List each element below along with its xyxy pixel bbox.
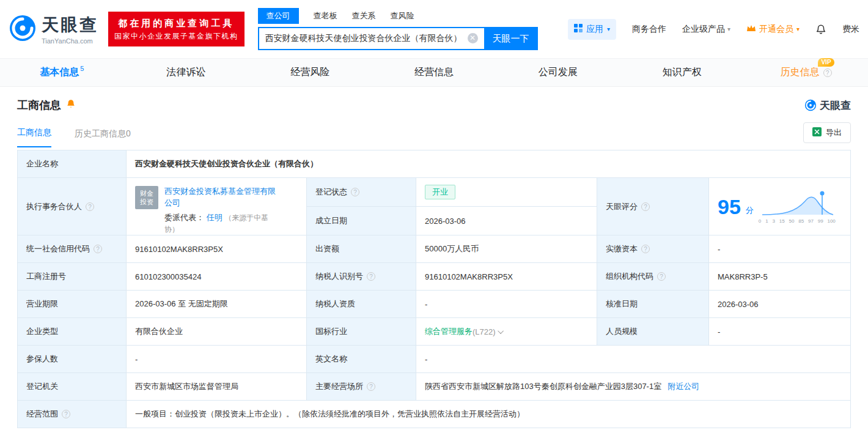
- business-scope-label: 经营范围 ?: [18, 401, 127, 428]
- tab-history-info[interactable]: 历史信息 VIP ?: [744, 59, 868, 86]
- industry-name[interactable]: 综合管理服务: [425, 326, 473, 337]
- help-icon[interactable]: ?: [367, 272, 375, 281]
- business-address-value: 陕西省西安市新城区解放路103号秦创原科创金融产业园3层307-1室 附近公司: [416, 373, 851, 401]
- chevron-down-icon: ▾: [607, 26, 610, 32]
- watermark-logo: 天眼查: [804, 98, 851, 113]
- reg-authority-value: 西安市新城区市场监督管理局: [127, 373, 307, 401]
- nearby-companies-link[interactable]: 附近公司: [668, 381, 699, 392]
- table-row: 执行事务合伙人 ? 财金 投资 西安财金投资私募基金管理有限公司 委派代表： 任…: [18, 178, 851, 235]
- subscribe-bell-icon[interactable]: [66, 99, 76, 111]
- paid-capital-value: -: [709, 235, 851, 263]
- help-icon[interactable]: ?: [823, 69, 832, 77]
- delegate-link[interactable]: 任明: [207, 213, 223, 222]
- paid-capital-label: 实缴资本 ?: [597, 235, 709, 263]
- score-unit: 分: [746, 205, 754, 216]
- company-name-label: 企业名称: [18, 150, 127, 178]
- capital-label: 出资额: [307, 235, 416, 263]
- tab-intellectual-property[interactable]: 知识产权: [620, 59, 744, 86]
- establish-date-value: 2026-03-06: [416, 207, 597, 235]
- score-label: 天眼评分 ?: [597, 178, 709, 235]
- table-row: 统一社会信用代码 ? 91610102MAK8RR3P5X 出资额 50000万…: [18, 235, 851, 263]
- partner-label: 执行事务合伙人 ?: [18, 178, 127, 235]
- reg-authority-label: 登记机关: [18, 373, 127, 401]
- company-nav-tabs: 基本信息5 法律诉讼 经营风险 经营信息 公司发展 知识产权 历史信息 VIP …: [0, 58, 868, 87]
- establish-date-label: 成立日期: [307, 207, 416, 235]
- search-area: 查公司 查老板 查关系 查风险 ✕ 天眼一下: [258, 8, 538, 50]
- business-term-value: 2026-03-06 至 无固定期限: [127, 291, 307, 318]
- tab-operating-info[interactable]: 经营信息: [372, 59, 496, 86]
- tab-basic-info[interactable]: 基本信息5: [0, 59, 124, 86]
- business-address-label: 主要经营场所 ?: [307, 373, 416, 401]
- score-value[interactable]: 95 分 0131550859799100: [709, 178, 851, 235]
- delegate-label: 委派代表：: [164, 213, 204, 222]
- search-button[interactable]: 天眼一下: [484, 27, 538, 50]
- credit-code-value: 91610102MAK8RR3P5X: [127, 235, 307, 263]
- subtab-business-info[interactable]: 工商信息: [17, 127, 51, 147]
- partner-company-link[interactable]: 西安财金投资私募基金管理有限公司: [164, 187, 276, 207]
- company-name-value: 西安财金硬科技天使创业投资合伙企业（有限合伙）: [127, 150, 851, 178]
- score-curve-chart: 0131550859799100: [759, 189, 836, 224]
- search-tab-relation[interactable]: 查关系: [352, 8, 376, 24]
- top-header: 天眼查 TianYanCha.com 都在用的商业查询工具 国家中小企业发展子基…: [0, 0, 868, 58]
- table-row: 工商注册号 610102300035424 纳税人识别号 ? 91610102M…: [18, 263, 851, 291]
- notification-bell-icon[interactable]: [815, 24, 826, 35]
- tianyancha-logo[interactable]: 天眼查 TianYanCha.com: [9, 13, 98, 45]
- subtab-history-business-info[interactable]: 历史工商信息0: [75, 128, 131, 147]
- taxpayer-id-value: 91610102MAK8RR3P5X: [416, 263, 597, 291]
- apps-menu[interactable]: 应用 ▾: [568, 19, 616, 40]
- business-term-label: 营业期限: [18, 291, 127, 318]
- eye-logo-icon: [9, 14, 37, 45]
- search-tab-boss[interactable]: 查老板: [314, 8, 337, 24]
- header-right: 应用 ▾ 商务合作 企业级产品 ▾ 开通会员 ▾ 费米: [568, 19, 859, 40]
- approval-date-label: 核准日期: [597, 291, 709, 318]
- slogan-line1: 都在用的商业查询工具: [114, 17, 238, 31]
- insured-count-value: -: [127, 346, 307, 373]
- score-number: 95: [718, 196, 741, 217]
- help-icon[interactable]: ?: [641, 245, 650, 253]
- capital-value: 50000万人民币: [416, 235, 597, 263]
- search-tab-risk[interactable]: 查风险: [391, 8, 414, 24]
- company-type-label: 企业类型: [18, 318, 127, 346]
- vip-badge: VIP: [818, 58, 834, 67]
- approval-date-value: 2026-03-06: [709, 291, 851, 318]
- section-title: 工商信息: [17, 98, 61, 113]
- insured-count-label: 参保人数: [18, 346, 127, 373]
- score-axis: 0131550859799100: [759, 218, 836, 224]
- tab-operating-risk[interactable]: 经营风险: [248, 59, 372, 86]
- credit-code-label: 统一社会信用代码 ?: [18, 235, 127, 263]
- open-vip-link[interactable]: 开通会员 ▾: [746, 24, 800, 35]
- taxpayer-quality-value: -: [416, 291, 597, 318]
- export-button[interactable]: 导出: [803, 122, 851, 143]
- clear-search-icon[interactable]: ✕: [468, 33, 478, 43]
- help-icon[interactable]: ?: [86, 202, 94, 211]
- industry-code: (L722): [473, 327, 496, 336]
- table-row: 登记机关 西安市新城区市场监督管理局 主要经营场所 ? 陕西省西安市新城区解放路…: [18, 373, 851, 401]
- business-scope-value: 一般项目：创业投资（限投资未上市企业）。（除依法须经批准的项目外，凭营业执照依法…: [127, 401, 851, 428]
- user-account[interactable]: 费米: [842, 24, 859, 35]
- chevron-down-icon[interactable]: [498, 328, 504, 334]
- search-input[interactable]: [258, 27, 484, 50]
- status-badge: 开业: [425, 185, 455, 199]
- search-tab-company[interactable]: 查公司: [258, 8, 299, 24]
- table-row: 营业期限 2026-03-06 至 无固定期限 纳税人资质 - 核准日期 202…: [18, 291, 851, 318]
- help-icon[interactable]: ?: [657, 272, 666, 281]
- help-icon[interactable]: ?: [351, 188, 359, 196]
- slogan-line2: 国家中小企业发展子基金旗下机构: [114, 31, 238, 42]
- taxpayer-id-label: 纳税人识别号 ?: [307, 263, 416, 291]
- company-type-value: 有限合伙企业: [127, 318, 307, 346]
- tab-legal-proceedings[interactable]: 法律诉讼: [124, 59, 248, 86]
- apps-grid-icon: [574, 24, 583, 34]
- help-icon[interactable]: ?: [367, 382, 375, 391]
- table-row: 企业类型 有限合伙企业 国标行业 综合管理服务 (L722) 人员规模 -: [18, 318, 851, 346]
- taxpayer-quality-label: 纳税人资质: [307, 291, 416, 318]
- staff-size-label: 人员规模: [597, 318, 709, 346]
- help-icon[interactable]: ?: [641, 202, 650, 211]
- tab-company-development[interactable]: 公司发展: [496, 59, 620, 86]
- help-icon[interactable]: ?: [62, 410, 70, 418]
- help-icon[interactable]: ?: [94, 245, 102, 253]
- industry-value[interactable]: 综合管理服务 (L722): [416, 318, 597, 346]
- reg-number-label: 工商注册号: [18, 263, 127, 291]
- business-cooperation-link[interactable]: 商务合作: [632, 24, 666, 35]
- enterprise-products-menu[interactable]: 企业级产品 ▾: [682, 24, 730, 35]
- partner-value: 财金 投资 西安财金投资私募基金管理有限公司 委派代表： 任明 （来源于中基协）: [127, 178, 307, 235]
